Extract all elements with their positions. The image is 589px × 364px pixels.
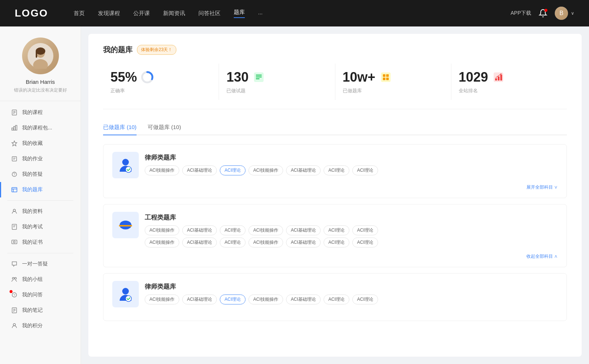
sidebar-item-my-data[interactable]: 我的资料: [0, 204, 81, 219]
l2-tag-2-active[interactable]: ACI理论: [220, 295, 246, 304]
tag-3[interactable]: ACI技能操作: [248, 165, 283, 175]
main-layout: Brian Harris 错误的决定比没有决定要好 我的课程 我的课程包...: [0, 26, 589, 364]
eng-tag-r1-6[interactable]: ACI理论: [352, 225, 378, 235]
eng-tag-r2-6[interactable]: ACI理论: [352, 238, 378, 247]
svg-point-57: [122, 288, 129, 295]
question-red-dot: [10, 290, 13, 293]
sidebar-label-my-qa: 我的答疑: [22, 171, 43, 178]
eng-tag-r2-0[interactable]: ACI技能操作: [145, 238, 179, 247]
eng-tag-r1-2[interactable]: ACI理论: [220, 225, 246, 235]
eng-tag-r2-1[interactable]: ACI基础理论: [182, 238, 217, 247]
l2-tag-6[interactable]: ACI理论: [352, 295, 378, 304]
svg-point-21: [13, 209, 15, 211]
nav-avatar-image: B: [555, 7, 568, 20]
sidebar-item-my-exam[interactable]: 我的考试: [0, 219, 81, 235]
tag-2-active[interactable]: ACI理论: [220, 165, 246, 175]
app-download-button[interactable]: APP下载: [511, 10, 531, 17]
svg-rect-48: [495, 78, 497, 81]
sidebar-item-my-courses[interactable]: 我的课程: [0, 105, 81, 120]
l2-tag-3[interactable]: ACI技能操作: [248, 295, 283, 304]
collapse-link-engineering1[interactable]: 收起全部科目 ∧: [112, 253, 558, 260]
sidebar-item-one-on-one[interactable]: 一对一答疑: [0, 256, 81, 272]
tab-done[interactable]: 已做题库 (10): [103, 120, 137, 135]
tag-1[interactable]: ACI基础理论: [182, 165, 217, 175]
page-title: 我的题库: [103, 45, 133, 55]
nav-item-qa[interactable]: 问答社区: [198, 10, 221, 17]
qbank-tags-lawyer2: ACI技能操作 ACI基础理论 ACI理论 ACI技能操作 ACI基础理论 AC…: [145, 295, 378, 304]
nav-item-news[interactable]: 新闻资讯: [163, 10, 185, 17]
nav-item-more[interactable]: ···: [258, 10, 263, 17]
eng-tag-r1-5[interactable]: ACI理论: [324, 225, 349, 235]
l2-tag-0[interactable]: ACI技能操作: [145, 295, 179, 304]
group-icon: [11, 276, 18, 283]
l2-tag-1[interactable]: ACI基础理论: [182, 295, 217, 304]
sidebar-item-my-qa[interactable]: ? 我的答疑: [0, 167, 81, 182]
points-icon: [11, 322, 18, 329]
svg-rect-45: [383, 78, 385, 80]
svg-point-53: [126, 167, 131, 172]
stat-ranking-label: 全站排名: [459, 88, 478, 93]
nav-item-home[interactable]: 首页: [74, 10, 85, 17]
tag-6[interactable]: ACI理论: [352, 165, 378, 175]
qbank-title-lawyer1: 律师类题库: [145, 153, 378, 162]
chevron-down-icon: ∨: [571, 11, 574, 16]
sidebar-item-my-qbank[interactable]: 我的题库: [0, 182, 81, 197]
svg-rect-13: [12, 157, 17, 161]
svg-rect-11: [15, 125, 17, 130]
stat-questions-row: 130: [226, 69, 327, 85]
qbank-card-lawyer2-header: 律师类题库 ACI技能操作 ACI基础理论 ACI理论 ACI技能操作 ACI基…: [112, 281, 558, 307]
sidebar-item-my-favorites[interactable]: 我的收藏: [0, 136, 81, 151]
svg-rect-44: [386, 74, 389, 77]
sidebar-item-my-notes[interactable]: 我的笔记: [0, 303, 81, 318]
sidebar-item-my-packages[interactable]: 我的课程包...: [0, 120, 81, 136]
navbar: LOGO 首页 发现课程 公开课 新闻资讯 问答社区 题库 ··· APP下载 …: [0, 0, 589, 26]
notes-icon: [11, 307, 18, 314]
eng-tag-r2-5[interactable]: ACI理论: [324, 238, 349, 247]
sidebar-item-my-points[interactable]: 我的积分: [0, 318, 81, 333]
expand-link-lawyer1[interactable]: 展开全部科目 ∨: [112, 184, 558, 190]
profile-area: Brian Harris 错误的决定比没有决定要好: [0, 38, 81, 101]
qbank-card-engineering1: 工程类题库 ACI技能操作 ACI基础理论 ACI理论 ACI技能操作 ACI基…: [103, 204, 567, 267]
main-content: 我的题库 体验剩余23天！ 55% 正确率: [88, 34, 582, 357]
svg-rect-40: [256, 76, 262, 78]
eng-tag-r2-3[interactable]: ACI技能操作: [248, 238, 283, 247]
l2-tag-4[interactable]: ACI基础理论: [286, 295, 321, 304]
qa-icon: ?: [11, 171, 18, 178]
tag-5[interactable]: ACI理论: [324, 165, 349, 175]
stat-banks-row: 10w+: [343, 69, 444, 85]
tag-4[interactable]: ACI基础理论: [286, 165, 321, 175]
svg-rect-50: [500, 75, 502, 81]
user-avatar-nav[interactable]: B ∨: [555, 7, 574, 20]
notification-bell[interactable]: [539, 9, 547, 18]
eng-tag-r2-4[interactable]: ACI基础理论: [286, 238, 321, 247]
qbank-info-lawyer1: 律师类题库 ACI技能操作 ACI基础理论 ACI理论 ACI技能操作 ACI基…: [145, 152, 378, 175]
sidebar-label-my-points: 我的积分: [22, 322, 43, 329]
sidebar-item-my-homework[interactable]: 我的作业: [0, 151, 81, 167]
sidebar: Brian Harris 错误的决定比没有决定要好 我的课程 我的课程包...: [0, 26, 81, 364]
l2-tag-5[interactable]: ACI理论: [324, 295, 349, 304]
nav-item-opencourse[interactable]: 公开课: [133, 10, 150, 17]
sidebar-item-my-group[interactable]: 我的小组: [0, 272, 81, 287]
sidebar-item-my-question[interactable]: ? 我的问答: [0, 287, 81, 303]
sidebar-item-my-cert[interactable]: 我的证书: [0, 235, 81, 250]
donut-chart-icon: [141, 71, 154, 84]
svg-rect-41: [256, 78, 260, 79]
eng-tag-r1-4[interactable]: ACI基础理论: [286, 225, 321, 235]
eng-tag-r1-3[interactable]: ACI技能操作: [248, 225, 283, 235]
nav-item-qbank[interactable]: 题库: [234, 9, 245, 18]
qbank-info-engineering1: 工程类题库 ACI技能操作 ACI基础理论 ACI理论 ACI技能操作 ACI基…: [145, 212, 378, 247]
qbank-title-engineering1: 工程类题库: [145, 213, 378, 222]
qbank-icon: [11, 186, 18, 193]
eng-tag-r1-1[interactable]: ACI基础理论: [182, 225, 217, 235]
qbank-card-lawyer2: 律师类题库 ACI技能操作 ACI基础理论 ACI理论 ACI技能操作 ACI基…: [103, 273, 567, 321]
nav-item-courses[interactable]: 发现课程: [98, 10, 120, 17]
svg-point-27: [13, 278, 14, 279]
svg-rect-49: [498, 76, 500, 81]
exam-icon: [11, 224, 18, 230]
qbank-tags-engineering1-row1: ACI技能操作 ACI基础理论 ACI理论 ACI技能操作 ACI基础理论 AC…: [145, 225, 378, 235]
tag-0[interactable]: ACI技能操作: [145, 165, 179, 175]
stat-banks-label: 已做题库: [343, 88, 362, 93]
tab-todo[interactable]: 可做题库 (10): [148, 120, 181, 135]
eng-tag-r2-2[interactable]: ACI理论: [220, 238, 246, 247]
eng-tag-r1-0[interactable]: ACI技能操作: [145, 225, 179, 235]
